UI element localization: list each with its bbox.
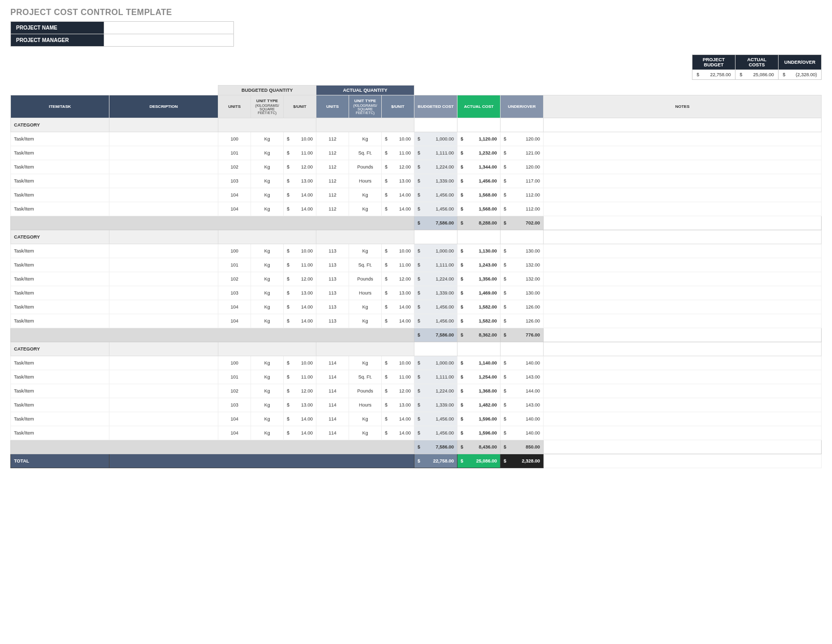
cell-notes[interactable] [544,384,822,398]
cell-item[interactable]: Task/Item [11,160,109,174]
cell-desc[interactable] [109,174,218,188]
cell-autype[interactable]: Kg [349,412,382,426]
cell-bpunit[interactable]: $12.00 [284,272,316,286]
cell-autype[interactable]: Hours [349,398,382,412]
cell-desc[interactable] [109,160,218,174]
cell-bpunit[interactable]: $11.00 [284,258,316,272]
cell-bunits[interactable]: 101 [218,258,251,272]
cell-bpunit[interactable]: $12.00 [284,384,316,398]
cell-bunits[interactable]: 102 [218,384,251,398]
cell-item[interactable]: Task/Item [11,132,109,146]
cell-bpunit[interactable]: $10.00 [284,132,316,146]
cell-butype[interactable]: Kg [251,202,284,216]
cell-item[interactable]: Task/Item [11,174,109,188]
cell-aunits[interactable]: 114 [316,384,349,398]
cell-apunit[interactable]: $11.00 [382,146,414,160]
cell-bunits[interactable]: 100 [218,356,251,370]
cell-bpunit[interactable]: $11.00 [284,370,316,384]
cell-aunits[interactable]: 112 [316,160,349,174]
cell-autype[interactable]: Kg [349,202,382,216]
cell-notes[interactable] [544,202,822,216]
cell-bunits[interactable]: 104 [218,188,251,202]
cell-notes[interactable] [544,160,822,174]
cell-aunits[interactable]: 112 [316,132,349,146]
cell-notes[interactable] [544,258,822,272]
cell-aunits[interactable]: 114 [316,370,349,384]
cell-bunits[interactable]: 103 [218,398,251,412]
cell-butype[interactable]: Kg [251,398,284,412]
cell-butype[interactable]: Kg [251,384,284,398]
cell-item[interactable]: Task/Item [11,244,109,258]
cell-desc[interactable] [109,202,218,216]
cell-bpunit[interactable]: $14.00 [284,314,316,328]
cell-bpunit[interactable]: $11.00 [284,146,316,160]
cell-autype[interactable]: Sq. Ft. [349,146,382,160]
cell-desc[interactable] [109,426,218,440]
cell-bunits[interactable]: 104 [218,314,251,328]
cell-apunit[interactable]: $10.00 [382,244,414,258]
cell-aunits[interactable]: 113 [316,300,349,314]
cell-desc[interactable] [109,286,218,300]
cell-notes[interactable] [544,188,822,202]
cell-bunits[interactable]: 102 [218,160,251,174]
cell-bpunit[interactable]: $14.00 [284,412,316,426]
cell-bunits[interactable]: 104 [218,202,251,216]
cell-apunit[interactable]: $14.00 [382,300,414,314]
cell-bpunit[interactable]: $10.00 [284,244,316,258]
cell-apunit[interactable]: $11.00 [382,258,414,272]
cell-item[interactable]: Task/Item [11,426,109,440]
cell-bunits[interactable]: 103 [218,174,251,188]
cell-apunit[interactable]: $12.00 [382,272,414,286]
cell-butype[interactable]: Kg [251,426,284,440]
cell-item[interactable]: Task/Item [11,412,109,426]
cell-desc[interactable] [109,314,218,328]
cell-desc[interactable] [109,356,218,370]
cell-aunits[interactable]: 112 [316,174,349,188]
cell-butype[interactable]: Kg [251,188,284,202]
cell-aunits[interactable]: 114 [316,356,349,370]
cell-autype[interactable]: Kg [349,244,382,258]
cell-notes[interactable] [544,174,822,188]
cell-desc[interactable] [109,300,218,314]
cell-apunit[interactable]: $13.00 [382,286,414,300]
cell-autype[interactable]: Kg [349,356,382,370]
cell-bunits[interactable]: 101 [218,146,251,160]
cell-bunits[interactable]: 102 [218,272,251,286]
cell-aunits[interactable]: 114 [316,426,349,440]
cell-butype[interactable]: Kg [251,356,284,370]
cell-desc[interactable] [109,384,218,398]
cell-item[interactable]: Task/Item [11,356,109,370]
cell-bpunit[interactable]: $14.00 [284,426,316,440]
cell-butype[interactable]: Kg [251,370,284,384]
cell-autype[interactable]: Kg [349,426,382,440]
cell-apunit[interactable]: $13.00 [382,398,414,412]
cell-notes[interactable] [544,398,822,412]
cell-autype[interactable]: Kg [349,300,382,314]
cell-autype[interactable]: Kg [349,132,382,146]
cell-aunits[interactable]: 113 [316,258,349,272]
cell-apunit[interactable]: $14.00 [382,426,414,440]
cell-notes[interactable] [544,356,822,370]
cell-apunit[interactable]: $14.00 [382,314,414,328]
cell-butype[interactable]: Kg [251,300,284,314]
project-name-input[interactable] [104,22,234,34]
cell-autype[interactable]: Sq. Ft. [349,258,382,272]
cell-aunits[interactable]: 114 [316,412,349,426]
cell-apunit[interactable]: $13.00 [382,174,414,188]
cell-butype[interactable]: Kg [251,244,284,258]
cell-aunits[interactable]: 113 [316,314,349,328]
cell-apunit[interactable]: $14.00 [382,202,414,216]
cell-desc[interactable] [109,258,218,272]
cell-bunits[interactable]: 101 [218,370,251,384]
cell-item[interactable]: Task/Item [11,300,109,314]
cell-item[interactable]: Task/Item [11,202,109,216]
cell-aunits[interactable]: 113 [316,286,349,300]
cell-item[interactable]: Task/Item [11,272,109,286]
cell-bpunit[interactable]: $14.00 [284,188,316,202]
cell-bunits[interactable]: 104 [218,300,251,314]
cell-butype[interactable]: Kg [251,174,284,188]
cell-item[interactable]: Task/Item [11,398,109,412]
cell-notes[interactable] [544,370,822,384]
cell-bpunit[interactable]: $14.00 [284,300,316,314]
cell-desc[interactable] [109,272,218,286]
